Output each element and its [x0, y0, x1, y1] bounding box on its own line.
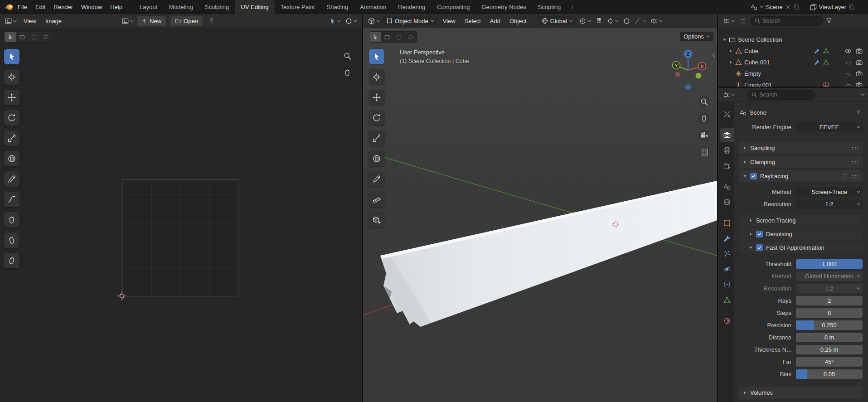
tab-layout[interactable]: Layout: [134, 0, 163, 14]
render-visibility-icon[interactable]: [856, 59, 863, 66]
uv-select-box-button[interactable]: [16, 32, 28, 42]
menu-window[interactable]: Window: [77, 2, 106, 12]
menu-render[interactable]: Render: [49, 2, 77, 12]
hide-eye-icon[interactable]: [845, 59, 852, 66]
uv-tool-select-box[interactable]: [4, 49, 19, 64]
uv-menu-view[interactable]: View: [19, 16, 40, 26]
tab-modifier-properties[interactable]: [720, 232, 734, 245]
vp-tool-transform[interactable]: [369, 151, 384, 166]
fgi-rays-field[interactable]: 2: [796, 296, 863, 305]
viewport-editor-type-button[interactable]: [366, 16, 382, 26]
tab-physics-properties[interactable]: [720, 262, 734, 276]
scene-name[interactable]: Scene: [766, 4, 783, 10]
vp-menu-object[interactable]: Object: [505, 16, 531, 26]
hide-eye-icon[interactable]: [845, 48, 852, 54]
outliner-region[interactable]: Scene Collection Cube Cube.001: [718, 14, 868, 87]
panel-raytracing-header[interactable]: Raytracing: [739, 170, 863, 182]
uv-tool-grab[interactable]: [4, 212, 19, 228]
uv-tool-move[interactable]: [4, 90, 19, 105]
browse-image-button[interactable]: [120, 16, 136, 26]
navigation-gizmo[interactable]: Z Y X: [666, 48, 710, 92]
render-engine-dropdown[interactable]: EEVEE: [796, 122, 863, 132]
properties-editor-type-button[interactable]: [721, 90, 737, 100]
tab-particle-properties[interactable]: [720, 247, 734, 261]
tab-sculpting[interactable]: Sculpting: [199, 0, 235, 14]
uv-editor-type-button[interactable]: [3, 16, 19, 26]
tab-material-properties[interactable]: [720, 314, 734, 328]
grip-icon[interactable]: [851, 145, 858, 151]
tab-scripting[interactable]: Scripting: [532, 0, 567, 14]
fast-gi-checkbox[interactable]: [756, 244, 763, 251]
uv-select-tweak-button[interactable]: [5, 32, 16, 42]
unlink-scene-icon[interactable]: [785, 4, 791, 10]
transform-orientation-dropdown[interactable]: Global: [538, 16, 577, 26]
breadcrumb-scene[interactable]: Scene: [750, 109, 766, 116]
uv-tool-transform[interactable]: [4, 151, 19, 166]
vp-select-tweak-button[interactable]: [369, 32, 381, 42]
uv-tool-pinch[interactable]: [4, 253, 19, 268]
menu-help[interactable]: Help: [106, 2, 126, 12]
image-data-icon[interactable]: [823, 82, 829, 87]
overlays-dropdown[interactable]: [649, 16, 664, 26]
vp-menu-select[interactable]: Select: [461, 16, 485, 26]
denoising-checkbox[interactable]: [756, 231, 763, 237]
tab-animation[interactable]: Animation: [354, 0, 392, 14]
uv-tool-cursor[interactable]: [4, 69, 19, 85]
new-image-button[interactable]: New: [136, 16, 166, 26]
panel-clamping-header[interactable]: Clamping: [739, 156, 863, 168]
panel-volumes-header[interactable]: Volumes: [739, 387, 863, 399]
fgi-far-field[interactable]: 45°: [796, 357, 863, 367]
subpanel-denoising-header[interactable]: Denoising: [739, 228, 863, 240]
properties-region[interactable]: Scene Render Engine EEVEE Sampling: [718, 88, 868, 402]
add-workspace-button[interactable]: +: [567, 0, 578, 14]
uv-select-lasso-button[interactable]: [40, 32, 52, 42]
sidebar-expand-arrow[interactable]: [712, 53, 715, 58]
tab-object-properties[interactable]: [720, 216, 734, 230]
tab-view-layer-properties[interactable]: [720, 159, 734, 173]
uv-tool-relax-hand[interactable]: [4, 232, 19, 248]
vp-tool-measure[interactable]: [369, 192, 384, 207]
outliner-item-label[interactable]: Empty.001: [744, 82, 772, 87]
uv-image-bounds-grid[interactable]: [122, 179, 238, 296]
vp-select-circle-button[interactable]: [393, 32, 405, 42]
uv-tool-rotate[interactable]: [4, 110, 19, 126]
expand-icon[interactable]: [723, 38, 727, 42]
options-dropdown[interactable]: Options: [680, 32, 713, 41]
tab-modeling[interactable]: Modeling: [163, 0, 199, 14]
hide-eye-icon[interactable]: [845, 82, 852, 87]
new-viewlayer-icon[interactable]: [849, 4, 854, 10]
uv-tool-annotate[interactable]: [4, 171, 19, 187]
tab-output-properties[interactable]: [720, 144, 734, 157]
properties-search-input[interactable]: [759, 92, 811, 98]
tab-render-properties[interactable]: [720, 128, 734, 142]
outliner-editor-type-button[interactable]: [721, 16, 737, 26]
render-visibility-icon[interactable]: [856, 70, 863, 77]
outliner-row-empty-001[interactable]: Empty.001: [718, 79, 868, 87]
render-visibility-icon[interactable]: [856, 48, 863, 54]
vp-tool-add-cube[interactable]: [369, 212, 384, 228]
pin-icon[interactable]: [855, 109, 862, 116]
chevron-down-icon[interactable]: [760, 5, 764, 8]
vp-menu-add[interactable]: Add: [486, 16, 504, 26]
grip-icon[interactable]: [851, 173, 858, 179]
snap-settings-dropdown[interactable]: [605, 16, 621, 26]
fgi-steps-field[interactable]: 8: [796, 308, 863, 318]
vp-menu-view[interactable]: View: [439, 16, 460, 26]
vp-tool-select-box[interactable]: [369, 49, 384, 64]
raytracing-checkbox[interactable]: [750, 173, 757, 179]
rt-resolution-dropdown[interactable]: 1:2: [796, 199, 863, 209]
properties-search[interactable]: [747, 90, 815, 100]
vp-tool-scale[interactable]: [369, 131, 384, 146]
tab-texture-paint[interactable]: Texture Paint: [275, 0, 321, 14]
fgi-thickness-field[interactable]: 0.25 m: [796, 345, 863, 354]
expand-icon[interactable]: [729, 60, 733, 64]
outliner-row-cube-001[interactable]: Cube.001: [718, 57, 868, 68]
uv-pivot-button[interactable]: [344, 16, 359, 26]
blender-logo[interactable]: [4, 3, 14, 11]
proportional-edit-toggle[interactable]: [621, 16, 632, 26]
vp-tool-rotate[interactable]: [369, 110, 384, 126]
tab-rendering[interactable]: Rendering: [392, 0, 431, 14]
expand-icon[interactable]: [729, 49, 733, 53]
grip-icon[interactable]: [851, 159, 858, 165]
menu-edit[interactable]: Edit: [31, 2, 49, 12]
